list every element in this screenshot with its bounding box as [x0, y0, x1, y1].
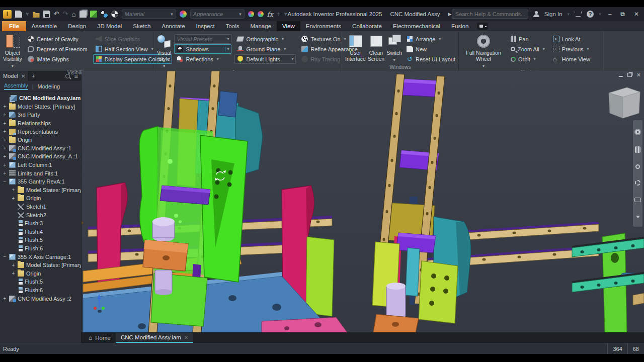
tab-environments[interactable]: Environments [300, 21, 347, 31]
nav-zoom-icon[interactable] [635, 164, 640, 169]
tab-electromechanical[interactable]: Electromechanical [387, 21, 446, 31]
zoom-all-button[interactable]: Zoom All ▾ [508, 44, 547, 54]
tab-3d-model[interactable]: 3D Model [92, 21, 127, 31]
help-dropdown-icon[interactable]: ▾ [599, 11, 601, 18]
select-tool-icon[interactable] [90, 11, 97, 18]
doc-restore-icon[interactable] [627, 73, 632, 77]
third-party-icon [9, 112, 16, 118]
previous-view-button[interactable]: Previous ▾ [550, 44, 593, 54]
close-button[interactable]: ✕ [632, 11, 641, 18]
right-tower-assembly[interactable] [372, 74, 471, 332]
flush-constraint-icon [19, 220, 23, 226]
parameters-fx-icon[interactable]: fx [267, 11, 273, 18]
tree-row: Flush:5 [0, 278, 81, 286]
help-icon[interactable]: ? [587, 11, 594, 18]
right-edge-gantry[interactable] [572, 233, 644, 332]
home-icon[interactable]: ⌂ [71, 11, 75, 18]
tab-fusion[interactable]: Fusion [446, 21, 474, 31]
document-tab-active[interactable]: CNC Modified Assy.iam ✕ [116, 333, 193, 343]
save-icon[interactable] [43, 11, 50, 18]
imate-glyphs-button[interactable]: iMate Glyphs [25, 54, 90, 64]
sign-in-dropdown-icon[interactable]: ▾ [568, 11, 570, 18]
undo-icon[interactable]: ↶ [54, 11, 59, 18]
tab-view[interactable]: View [277, 21, 300, 31]
tab-file[interactable]: File [2, 21, 26, 31]
tree-row: +Model States: [Primary] [0, 103, 81, 111]
minimize-button[interactable]: – [606, 11, 614, 18]
tab-annotate[interactable]: Annotate [156, 21, 191, 31]
orthographic-button[interactable]: Orthographic ▾ [234, 34, 296, 44]
material-select[interactable]: Material▾ [122, 10, 176, 19]
redo-icon[interactable]: ↷ [62, 11, 68, 18]
nav-look-at-icon[interactable] [634, 198, 641, 202]
pan-button[interactable]: Pan [508, 34, 547, 44]
tab-modeling[interactable]: Modeling [38, 83, 60, 89]
nav-wheel-icon[interactable] [634, 129, 641, 135]
clear-appearance-icon[interactable] [258, 11, 264, 17]
panel-navigate: Full Navigation Wheel ▾ Pan Zoom All ▾ [459, 31, 604, 71]
tab-design[interactable]: Design [62, 21, 92, 31]
new-file-icon[interactable] [15, 11, 22, 18]
object-visibility-button[interactable]: Object Visibility ▾ [3, 33, 22, 69]
adjust-appearance-icon[interactable] [248, 11, 254, 17]
new-dropdown-icon[interactable]: ▾ [26, 11, 29, 18]
full-navigation-wheel-button[interactable]: Full Navigation Wheel ▾ [462, 33, 505, 69]
tab-assemble[interactable]: Assemble [26, 21, 63, 31]
restore-button[interactable]: ⧉ [618, 11, 627, 18]
look-at-button[interactable]: Look At [550, 34, 593, 44]
add-command-icon[interactable]: + [277, 11, 281, 18]
lime-plate-center[interactable] [306, 237, 334, 316]
joint-icon[interactable] [101, 11, 108, 18]
tab-collaborate[interactable]: Collaborate [347, 21, 387, 31]
reset-ui-layout-button[interactable]: ↺ Reset UI Layout [404, 54, 458, 64]
appearance-select[interactable]: Appearance▾ [190, 10, 245, 19]
tab-sketch[interactable]: Sketch [127, 21, 156, 31]
panel-label-windows[interactable]: Windows [342, 64, 458, 71]
expand-arrow-icon[interactable]: ▶ [448, 11, 451, 18]
color-wheel-icon[interactable] [180, 11, 187, 18]
nav-more-icon[interactable] [636, 216, 640, 218]
app-title: Autodesk Inventor Professional 2025 [287, 11, 382, 17]
search-input[interactable] [452, 10, 528, 19]
shadows-button[interactable]: Shadows ▾ [174, 44, 231, 54]
reflections-button[interactable]: Reflections ▾ [174, 54, 231, 64]
switch-icon [387, 34, 401, 48]
browser-search-icon[interactable] [65, 74, 70, 78]
switch-button[interactable]: Switch ▾ [386, 33, 402, 63]
3d-viewport[interactable]: ✕ [82, 71, 644, 332]
degrees-of-freedom-button[interactable]: Degrees of Freedom [25, 44, 90, 54]
tab-manage[interactable]: Manage [245, 21, 277, 31]
doc-minimize-icon[interactable] [619, 76, 623, 77]
store-cart-icon[interactable] [575, 12, 582, 17]
visual-style-button[interactable]: Visual Style ▾ [157, 33, 171, 69]
clean-screen-button[interactable]: Clean Screen [368, 33, 384, 62]
doc-close-icon[interactable]: ✕ [636, 72, 641, 77]
screencast-icon[interactable] [477, 23, 488, 30]
nav-pan-icon[interactable] [635, 146, 640, 153]
inventor-logo-icon[interactable]: I [3, 10, 12, 19]
tab-assembly[interactable]: Assembly [4, 82, 28, 90]
home-view-button[interactable]: ⌂ Home View [550, 54, 593, 64]
orbit-button[interactable]: Orbit ▾ [508, 54, 547, 64]
new-window-button[interactable]: New [404, 44, 458, 54]
material-ball-icon[interactable] [111, 11, 118, 18]
document-title: CNC Modified Assy [390, 11, 440, 17]
return-icon[interactable] [79, 11, 87, 18]
arrange-button[interactable]: Arrange ▾ [404, 34, 458, 44]
ground-plane-button[interactable]: Ground Plane ▾ [234, 44, 296, 54]
visual-style-icon [157, 34, 171, 48]
default-lights-select[interactable]: Default Lights ▾ [234, 54, 296, 64]
customize-qat-icon[interactable]: ▾ [284, 11, 288, 18]
sign-in-button[interactable]: Sign In [544, 11, 562, 17]
tab-inspect[interactable]: Inspect [191, 21, 220, 31]
user-interface-button[interactable]: User Interface [345, 33, 366, 62]
part-icon [9, 162, 16, 168]
orthographic-icon [236, 37, 245, 42]
tab-tools[interactable]: Tools [220, 21, 245, 31]
view-cube[interactable] [609, 87, 640, 118]
center-of-gravity-button[interactable]: Center of Gravity [25, 34, 90, 44]
nav-orbit-icon[interactable] [635, 180, 640, 186]
home-tab[interactable]: ⌂ Home [84, 333, 116, 343]
open-icon[interactable] [33, 11, 40, 18]
document-tab-close-icon[interactable]: ✕ [184, 335, 188, 340]
